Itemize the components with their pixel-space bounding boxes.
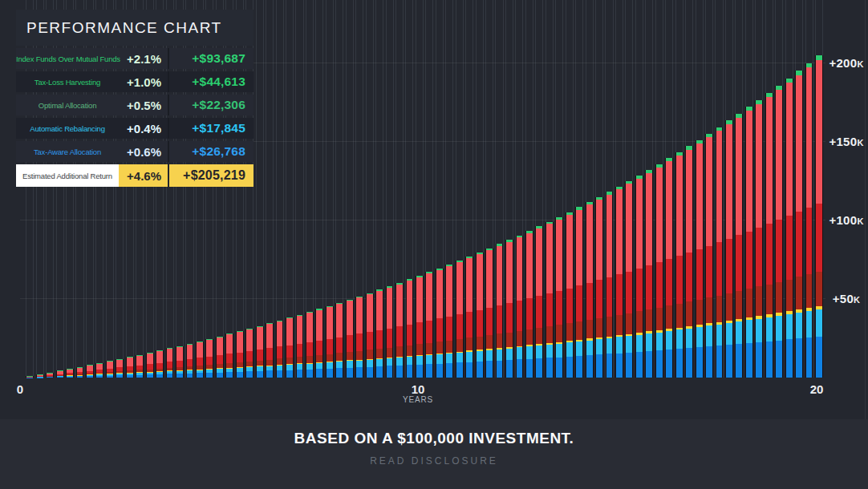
- segment-automatic-rebalancing: [576, 341, 582, 356]
- bar-column[interactable]: [614, 0, 624, 378]
- legend-row-tax-aware-allocation[interactable]: Tax-Aware Allocation +0.6% +$26,768: [16, 141, 254, 162]
- bar-column[interactable]: [655, 0, 664, 378]
- bar-column[interactable]: [424, 0, 434, 378]
- bar-column[interactable]: [734, 0, 744, 378]
- bar-column[interactable]: [784, 0, 793, 378]
- bar-column[interactable]: [364, 0, 374, 378]
- bar-column[interactable]: [765, 0, 774, 378]
- bar-column[interactable]: [624, 0, 634, 378]
- bar-column[interactable]: [464, 0, 474, 378]
- bar-column[interactable]: [545, 0, 554, 378]
- legend-row-index-funds[interactable]: Index Funds Over Mutual Funds +2.1% +$93…: [16, 48, 254, 69]
- x-axis-title: YEARS: [403, 395, 433, 404]
- bar-column[interactable]: [345, 0, 355, 378]
- bar-column[interactable]: [294, 0, 304, 378]
- bar-column[interactable]: [384, 0, 394, 378]
- bar-column[interactable]: [435, 0, 444, 378]
- bar-column[interactable]: [574, 0, 584, 378]
- bar-column[interactable]: [265, 0, 274, 378]
- segment-tax-aware-allocation: [187, 374, 193, 378]
- bar-column[interactable]: [794, 0, 804, 378]
- segment-index-funds: [206, 340, 213, 357]
- segment-tax-aware-allocation: [497, 361, 503, 378]
- segment-tax-aware-allocation: [566, 357, 573, 378]
- bar-column[interactable]: [305, 0, 314, 378]
- bar-column[interactable]: [254, 0, 264, 378]
- segment-tax-loss-harvesting: [696, 249, 703, 300]
- bar-column[interactable]: [494, 0, 504, 378]
- segment-index-funds: [456, 262, 463, 314]
- bar-column[interactable]: [474, 0, 484, 378]
- segment-tax-loss-harvesting: [706, 246, 712, 298]
- segment-tax-aware-allocation: [486, 361, 493, 378]
- segment-tax-aware-allocation: [226, 372, 233, 378]
- bar-column[interactable]: [664, 0, 674, 378]
- bar-column[interactable]: [694, 0, 704, 378]
- segment-index-funds: [726, 124, 732, 239]
- bar-column[interactable]: [485, 0, 494, 378]
- bar-column[interactable]: [415, 0, 424, 378]
- bar-column[interactable]: [404, 0, 414, 378]
- bar-column[interactable]: [525, 0, 534, 378]
- segment-tax-loss-harvesting: [446, 317, 452, 341]
- bar-column[interactable]: [774, 0, 784, 378]
- bar-column[interactable]: [804, 0, 813, 378]
- bar-column[interactable]: [534, 0, 544, 378]
- bar-column[interactable]: [514, 0, 524, 378]
- segment-tax-aware-allocation: [596, 354, 602, 378]
- read-disclosure-link[interactable]: READ DISCLOSURE: [370, 455, 498, 467]
- segment-optimal-allocation: [436, 341, 443, 353]
- bar-column[interactable]: [674, 0, 683, 378]
- segment-tax-loss-harvesting: [226, 354, 233, 362]
- bar-column[interactable]: [594, 0, 604, 378]
- bar-column[interactable]: [505, 0, 514, 378]
- segment-automatic-rebalancing: [486, 350, 493, 362]
- bar-column[interactable]: [684, 0, 694, 378]
- legend-row-optimal-allocation[interactable]: Optimal Allocation +0.5% +$22,306: [16, 95, 254, 115]
- bar-column[interactable]: [454, 0, 464, 378]
- segment-tax-aware-allocation: [277, 370, 283, 378]
- segment-tax-loss-harvesting: [407, 325, 413, 346]
- bar-column[interactable]: [644, 0, 654, 378]
- legend-row-tax-loss-harvesting[interactable]: Tax-Loss Harvesting +1.0% +$44,613: [16, 71, 254, 92]
- bar-column[interactable]: [754, 0, 764, 378]
- stacked-bar: [735, 114, 743, 378]
- bar-column[interactable]: [704, 0, 714, 378]
- stacked-bar: [805, 63, 813, 378]
- bar-column[interactable]: [335, 0, 344, 378]
- bar-column[interactable]: [724, 0, 734, 378]
- segment-automatic-rebalancing: [626, 336, 632, 353]
- bar-column[interactable]: [604, 0, 614, 378]
- bar-column[interactable]: [375, 0, 384, 378]
- bar-column[interactable]: [314, 0, 324, 378]
- segment-optimal-allocation: [497, 333, 503, 348]
- segment-tax-loss-harvesting: [796, 212, 802, 277]
- stacked-bar: [146, 353, 154, 378]
- segment-tax-loss-harvesting: [376, 330, 383, 349]
- bar-column[interactable]: [274, 0, 284, 378]
- bar-column[interactable]: [355, 0, 364, 378]
- segment-optimal-allocation: [336, 353, 343, 361]
- bar-column[interactable]: [395, 0, 404, 378]
- stacked-bar: [186, 344, 194, 378]
- bar-column[interactable]: [584, 0, 594, 378]
- bar-column[interactable]: [285, 0, 294, 378]
- bar-column[interactable]: [744, 0, 754, 378]
- segment-tax-aware-allocation: [556, 358, 562, 378]
- segment-automatic-rebalancing: [776, 316, 782, 341]
- bar-column[interactable]: [444, 0, 454, 378]
- segment-automatic-rebalancing: [536, 346, 542, 358]
- bar-column[interactable]: [635, 0, 644, 378]
- segment-tax-loss-harvesting: [746, 232, 752, 289]
- y-axis-tick: +100K: [825, 213, 868, 227]
- bar-column[interactable]: [564, 0, 574, 378]
- legend-total-row[interactable]: Estimated Additional Return +4.6% +$205,…: [16, 164, 254, 187]
- bar-column[interactable]: [814, 0, 824, 378]
- legend-row-percent: +0.6%: [119, 145, 168, 159]
- bar-column[interactable]: [554, 0, 564, 378]
- stacked-bar: [595, 197, 603, 378]
- bar-column[interactable]: [714, 0, 724, 378]
- legend-row-automatic-rebalancing[interactable]: Automatic Rebalancing +0.4% +$17,845: [16, 118, 254, 139]
- stacked-bar: [485, 249, 493, 378]
- bar-column[interactable]: [325, 0, 335, 378]
